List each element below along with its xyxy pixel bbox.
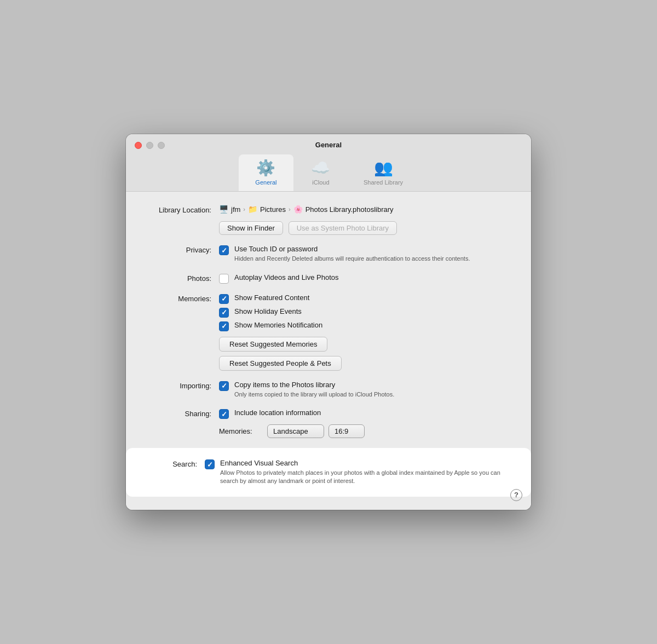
sharing-memories-label: Memories: bbox=[219, 427, 263, 435]
tabs-container: ⚙️ General ☁️ iCloud 👥 Shared Library bbox=[239, 154, 418, 191]
photos-checkbox-label: Autoplay Videos and Live Photos bbox=[234, 273, 339, 281]
sharing-checkbox[interactable] bbox=[219, 409, 229, 419]
photos-label: Photos: bbox=[148, 273, 219, 283]
show-holiday-row: Show Holiday Events bbox=[219, 307, 509, 318]
privacy-text: Use Touch ID or password Hidden and Rece… bbox=[234, 245, 470, 263]
privacy-description: Hidden and Recently Deleted albums will … bbox=[234, 255, 470, 263]
show-notification-label: Show Memories Notification bbox=[234, 321, 322, 329]
photos-icon: 🌸 bbox=[293, 205, 303, 214]
help-button[interactable]: ? bbox=[510, 489, 522, 501]
privacy-checkbox-label: Use Touch ID or password bbox=[234, 245, 470, 253]
content-area: Library Location: 🖥️ jfm › 📁 Pictures › … bbox=[126, 192, 531, 510]
photos-checkbox-row: Autoplay Videos and Live Photos bbox=[219, 273, 509, 284]
library-location-content: 🖥️ jfm › 📁 Pictures › 🌸 Photos Library.p… bbox=[219, 205, 509, 235]
titlebar: General ⚙️ General ☁️ iCloud 👥 Shared Li… bbox=[126, 134, 531, 192]
importing-description: Only items copied to the library will up… bbox=[234, 390, 394, 399]
path-pictures: Pictures bbox=[260, 205, 286, 214]
sharing-content: Include location information Memories: L… bbox=[219, 409, 509, 438]
library-location-label: Library Location: bbox=[148, 205, 219, 214]
photos-row: Photos: Autoplay Videos and Live Photos bbox=[148, 273, 509, 284]
tab-shared-library[interactable]: 👥 Shared Library bbox=[348, 154, 418, 191]
computer-icon: 🖥️ bbox=[219, 205, 228, 214]
tab-general-label: General bbox=[255, 179, 276, 186]
ratio-select-wrapper: 16:9 4:3 1:1 bbox=[328, 424, 365, 438]
tab-icloud-label: iCloud bbox=[312, 179, 329, 186]
privacy-content: Use Touch ID or password Hidden and Rece… bbox=[219, 245, 509, 263]
path-library: Photos Library.photoslibrary bbox=[306, 205, 394, 214]
photos-content: Autoplay Videos and Live Photos bbox=[219, 273, 509, 284]
show-holiday-checkbox[interactable] bbox=[219, 308, 229, 318]
search-row: Search: Enhanced Visual Search Allow Pho… bbox=[139, 459, 518, 486]
memories-row: Memories: Show Featured Content Show Hol… bbox=[148, 294, 509, 371]
minimize-button[interactable] bbox=[146, 142, 153, 149]
importing-label: Importing: bbox=[148, 381, 219, 390]
library-buttons: Show in Finder Use as System Photo Libra… bbox=[219, 221, 509, 235]
maximize-button[interactable] bbox=[158, 142, 165, 149]
search-text: Enhanced Visual Search Allow Photos to p… bbox=[220, 459, 518, 486]
orientation-select-wrapper: Landscape Portrait Square bbox=[267, 424, 324, 438]
importing-content: Copy items to the Photos library Only it… bbox=[219, 381, 509, 399]
memories-content: Show Featured Content Show Holiday Event… bbox=[219, 294, 509, 371]
show-holiday-label: Show Holiday Events bbox=[234, 307, 302, 315]
search-content: Enhanced Visual Search Allow Photos to p… bbox=[205, 459, 518, 486]
path-arrow-1: › bbox=[243, 206, 245, 212]
sharing-checkbox-label: Include location information bbox=[234, 409, 321, 417]
orientation-select[interactable]: Landscape Portrait Square bbox=[267, 424, 324, 438]
show-notification-row: Show Memories Notification bbox=[219, 321, 509, 331]
search-panel: Search: Enhanced Visual Search Allow Pho… bbox=[126, 448, 531, 497]
use-as-system-button[interactable]: Use as System Photo Library bbox=[289, 221, 397, 235]
people-icon: 👥 bbox=[374, 159, 393, 177]
show-featured-label: Show Featured Content bbox=[234, 294, 309, 302]
photos-checkbox[interactable] bbox=[219, 274, 229, 284]
reset-suggested-people-button[interactable]: Reset Suggested People & Pets bbox=[219, 356, 342, 371]
gear-icon: ⚙️ bbox=[256, 159, 275, 177]
privacy-row: Privacy: Use Touch ID or password Hidden… bbox=[148, 245, 509, 263]
search-checkbox[interactable] bbox=[205, 459, 215, 469]
reset-suggested-memories-button[interactable]: Reset Suggested Memories bbox=[219, 337, 327, 352]
importing-checkbox[interactable] bbox=[219, 381, 229, 391]
library-path: 🖥️ jfm › 📁 Pictures › 🌸 Photos Library.p… bbox=[219, 205, 509, 214]
importing-row: Importing: Copy items to the Photos libr… bbox=[148, 381, 509, 399]
privacy-checkbox[interactable] bbox=[219, 245, 229, 255]
ratio-select[interactable]: 16:9 4:3 1:1 bbox=[328, 424, 365, 438]
search-checkbox-row: Enhanced Visual Search Allow Photos to p… bbox=[205, 459, 518, 486]
tab-icloud[interactable]: ☁️ iCloud bbox=[293, 154, 348, 191]
sharing-label: Sharing: bbox=[148, 409, 219, 418]
sharing-row: Sharing: Include location information Me… bbox=[148, 409, 509, 438]
privacy-label: Privacy: bbox=[148, 245, 219, 254]
cloud-icon: ☁️ bbox=[311, 159, 330, 177]
path-jfm: jfm bbox=[231, 205, 240, 214]
sharing-checkbox-row: Include location information bbox=[219, 409, 509, 419]
importing-checkbox-row: Copy items to the Photos library Only it… bbox=[219, 381, 509, 399]
tab-general[interactable]: ⚙️ General bbox=[239, 154, 293, 191]
window-title: General bbox=[315, 141, 342, 149]
settings-window: General ⚙️ General ☁️ iCloud 👥 Shared Li… bbox=[126, 134, 531, 510]
show-featured-row: Show Featured Content bbox=[219, 294, 509, 304]
tab-shared-library-label: Shared Library bbox=[364, 179, 403, 186]
show-in-finder-button[interactable]: Show in Finder bbox=[219, 221, 283, 235]
close-button[interactable] bbox=[135, 142, 142, 149]
show-featured-checkbox[interactable] bbox=[219, 294, 229, 304]
traffic-lights bbox=[135, 142, 165, 149]
importing-checkbox-label: Copy items to the Photos library bbox=[234, 381, 394, 389]
library-location-row: Library Location: 🖥️ jfm › 📁 Pictures › … bbox=[148, 205, 509, 235]
privacy-checkbox-row: Use Touch ID or password Hidden and Rece… bbox=[219, 245, 509, 263]
path-arrow-2: › bbox=[289, 206, 291, 212]
importing-text: Copy items to the Photos library Only it… bbox=[234, 381, 394, 399]
search-checkbox-label: Enhanced Visual Search bbox=[220, 459, 518, 467]
show-notification-checkbox[interactable] bbox=[219, 321, 229, 331]
memories-buttons: Reset Suggested Memories Reset Suggested… bbox=[219, 337, 509, 371]
memories-label: Memories: bbox=[148, 294, 219, 303]
search-label: Search: bbox=[139, 459, 205, 468]
sharing-memories-inner: Memories: Landscape Portrait Square 16:9… bbox=[219, 424, 509, 438]
folder-icon: 📁 bbox=[248, 205, 257, 214]
search-description: Allow Photos to privately match places i… bbox=[220, 469, 518, 486]
